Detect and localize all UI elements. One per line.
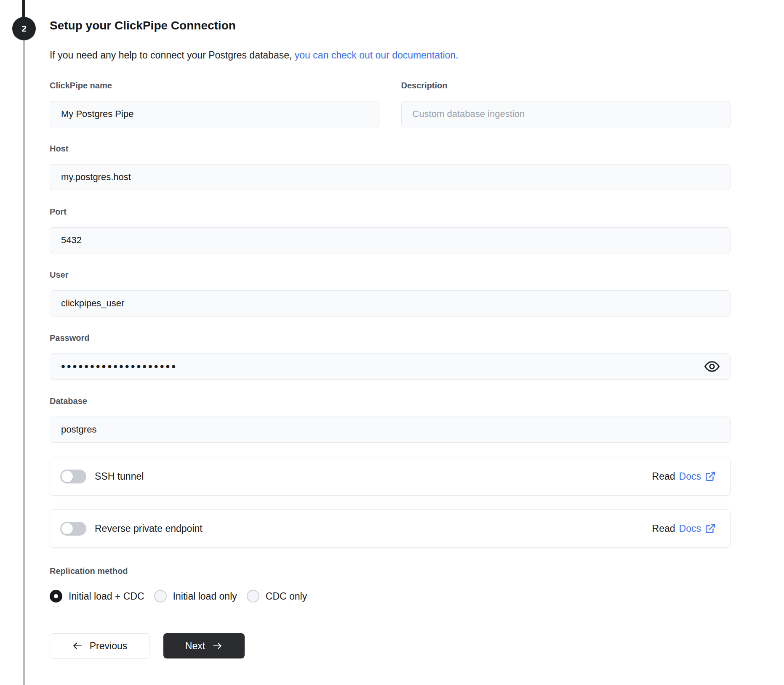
radio-label: Initial load only <box>173 591 237 602</box>
replication-method-label: Replication method <box>50 566 731 576</box>
help-text: If you need any help to connect your Pos… <box>50 49 731 61</box>
radio-label: CDC only <box>266 591 307 602</box>
show-password-button[interactable] <box>704 358 720 375</box>
clickpipe-name-label: ClickPipe name <box>50 80 379 91</box>
radio-initial-load-only[interactable]: Initial load only <box>154 590 237 603</box>
setup-connection-panel: Setup your ClickPipe Connection If you n… <box>50 0 731 658</box>
radio-cdc-only[interactable]: CDC only <box>247 590 307 603</box>
database-input[interactable] <box>50 417 731 443</box>
external-link-icon[interactable] <box>705 471 716 482</box>
description-input[interactable] <box>401 101 731 127</box>
page-title: Setup your ClickPipe Connection <box>50 19 731 33</box>
password-input-wrapper <box>50 353 731 380</box>
reverse-private-endpoint-toggle[interactable] <box>60 522 86 536</box>
radio-unselected-icon[interactable] <box>247 590 259 603</box>
host-label: Host <box>50 143 731 154</box>
description-label: Description <box>401 80 731 91</box>
rpe-read-docs: Read Docs <box>652 523 716 534</box>
arrow-left-icon <box>72 640 83 651</box>
external-link-icon[interactable] <box>705 523 716 534</box>
stepper-line-bottom <box>23 40 25 685</box>
port-field: Port <box>50 206 731 253</box>
toggle-knob <box>61 523 73 534</box>
host-field: Host <box>50 143 731 190</box>
previous-button[interactable]: Previous <box>50 633 149 658</box>
read-label: Read <box>652 471 675 482</box>
documentation-link[interactable]: you can check out our documentation. <box>295 50 459 61</box>
form-actions: Previous Next <box>50 633 731 658</box>
port-input[interactable] <box>50 227 731 253</box>
step-number-badge: 2 <box>12 17 36 40</box>
port-label: Port <box>50 206 731 217</box>
ssh-tunnel-label: SSH tunnel <box>95 471 144 482</box>
stepper-line-top <box>22 0 25 19</box>
radio-label: Initial load + CDC <box>69 591 144 602</box>
replication-method-options: Initial load + CDC Initial load only CDC… <box>50 590 731 603</box>
database-label: Database <box>50 396 731 406</box>
clickpipe-name-field: ClickPipe name <box>50 80 379 127</box>
password-input[interactable] <box>50 353 731 380</box>
user-input[interactable] <box>50 290 731 316</box>
previous-button-label: Previous <box>90 640 127 652</box>
eye-icon <box>704 359 720 374</box>
help-text-prefix: If you need any help to connect your Pos… <box>50 50 292 61</box>
rpe-docs-link[interactable]: Docs <box>679 523 701 534</box>
description-field: Description <box>401 80 731 127</box>
radio-initial-load-cdc[interactable]: Initial load + CDC <box>50 590 144 603</box>
ssh-read-docs: Read Docs <box>652 471 716 482</box>
step-number: 2 <box>21 24 27 34</box>
next-button-label: Next <box>185 640 205 652</box>
toggle-knob <box>61 471 73 482</box>
ssh-tunnel-card: SSH tunnel Read Docs <box>50 457 731 496</box>
user-field: User <box>50 269 731 316</box>
database-field: Database <box>50 396 731 443</box>
password-field: Password <box>50 332 731 380</box>
radio-selected-icon[interactable] <box>50 590 62 603</box>
next-button[interactable]: Next <box>163 633 245 658</box>
ssh-tunnel-toggle[interactable] <box>60 470 86 483</box>
reverse-private-endpoint-card: Reverse private endpoint Read Docs <box>50 509 731 548</box>
radio-unselected-icon[interactable] <box>154 590 167 603</box>
name-description-row: ClickPipe name Description <box>50 80 731 127</box>
ssh-docs-link[interactable]: Docs <box>679 471 701 482</box>
password-label: Password <box>50 332 731 343</box>
arrow-right-icon <box>212 640 223 651</box>
host-input[interactable] <box>50 164 731 190</box>
clickpipe-name-input[interactable] <box>50 101 379 127</box>
read-label: Read <box>652 523 675 534</box>
reverse-private-endpoint-label: Reverse private endpoint <box>95 523 203 534</box>
user-label: User <box>50 269 731 280</box>
